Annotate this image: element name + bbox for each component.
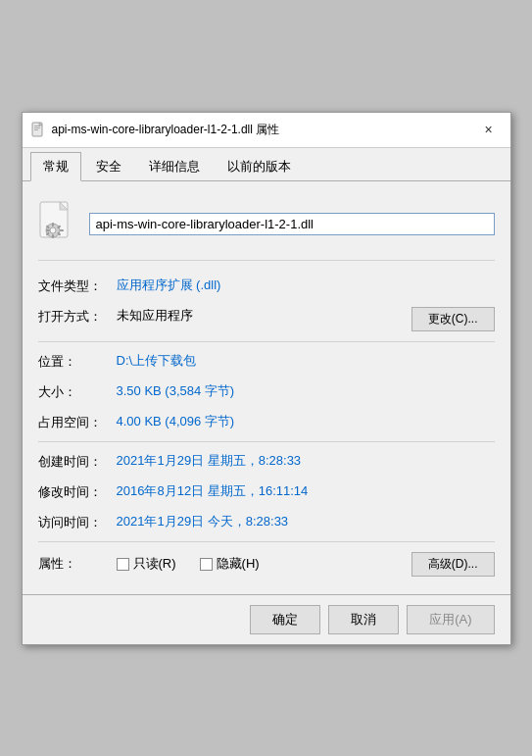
- accessed-value: 2021年1月29日 今天，8:28:33: [117, 513, 495, 530]
- ok-button[interactable]: 确定: [250, 605, 320, 634]
- location-value: D:\上传下载包: [117, 352, 495, 370]
- tab-details[interactable]: 详细信息: [136, 152, 213, 180]
- disk-size-value: 4.00 KB (4,096 字节): [117, 413, 495, 430]
- modified-label: 修改时间：: [38, 482, 117, 501]
- open-with-label: 打开方式：: [38, 307, 117, 326]
- apply-button[interactable]: 应用(A): [407, 605, 494, 634]
- svg-rect-2: [34, 127, 40, 128]
- created-label: 创建时间：: [38, 452, 117, 471]
- cancel-button[interactable]: 取消: [328, 605, 399, 634]
- svg-rect-11: [60, 229, 64, 231]
- hidden-checkbox[interactable]: 隐藏(H): [200, 555, 260, 573]
- tab-general[interactable]: 常规: [30, 152, 81, 181]
- bottom-bar: 确定 取消 应用(A): [23, 594, 510, 644]
- file-type-icon: [38, 201, 77, 248]
- open-with-row: 打开方式： 未知应用程序 更改(C)...: [38, 301, 495, 337]
- size-row: 大小： 3.50 KB (3,584 字节): [38, 377, 495, 407]
- disk-size-label: 占用空间：: [38, 413, 117, 431]
- advanced-button[interactable]: 高级(D)...: [411, 552, 495, 577]
- info-section: 文件类型： 应用程序扩展 (.dll) 打开方式： 未知应用程序 更改(C)..…: [38, 271, 495, 582]
- svg-rect-12: [46, 229, 50, 231]
- file-header: api-ms-win-core-libraryloader-l1-2-1.dll: [38, 193, 495, 261]
- file-type-label: 文件类型：: [38, 277, 117, 295]
- window-icon: [30, 122, 46, 137]
- properties-window: api-ms-win-core-libraryloader-l1-2-1.dll…: [22, 112, 511, 645]
- tab-content: api-ms-win-core-libraryloader-l1-2-1.dll…: [23, 181, 510, 594]
- hidden-checkbox-box[interactable]: [200, 558, 213, 571]
- hidden-label: 隐藏(H): [217, 555, 260, 573]
- readonly-label: 只读(R): [133, 555, 176, 573]
- size-value: 3.50 KB (3,584 字节): [117, 382, 495, 400]
- readonly-checkbox[interactable]: 只读(R): [117, 555, 176, 573]
- location-row: 位置： D:\上传下载包: [38, 346, 495, 377]
- window-title: api-ms-win-core-libraryloader-l1-2-1.dll…: [52, 122, 475, 138]
- open-with-value: 未知应用程序: [117, 307, 402, 325]
- location-label: 位置：: [38, 352, 117, 371]
- tab-previous-versions[interactable]: 以前的版本: [215, 152, 304, 180]
- attributes-label: 属性：: [38, 555, 117, 573]
- size-label: 大小：: [38, 382, 117, 401]
- title-bar: api-ms-win-core-libraryloader-l1-2-1.dll…: [23, 113, 510, 148]
- readonly-checkbox-box[interactable]: [117, 558, 129, 571]
- tab-security[interactable]: 安全: [83, 152, 134, 180]
- svg-rect-3: [34, 129, 38, 130]
- disk-size-row: 占用空间： 4.00 KB (4,096 字节): [38, 407, 495, 437]
- accessed-row: 访问时间： 2021年1月29日 今天，8:28:33: [38, 507, 495, 537]
- change-button[interactable]: 更改(C)...: [411, 307, 495, 331]
- attributes-content: 只读(R) 隐藏(H) 高级(D)...: [117, 552, 495, 577]
- modified-row: 修改时间： 2016年8月12日 星期五，16:11:14: [38, 477, 495, 507]
- modified-value: 2016年8月12日 星期五，16:11:14: [117, 482, 495, 500]
- svg-point-8: [50, 227, 56, 233]
- close-button[interactable]: ×: [475, 118, 503, 141]
- accessed-label: 访问时间：: [38, 513, 117, 531]
- tabs-bar: 常规 安全 详细信息 以前的版本: [23, 148, 510, 181]
- attributes-row: 属性： 只读(R) 隐藏(H) 高级(D)...: [38, 546, 495, 582]
- created-value: 2021年1月29日 星期五，8:28:33: [117, 452, 495, 470]
- svg-rect-9: [52, 223, 54, 227]
- created-row: 创建时间： 2021年1月29日 星期五，8:28:33: [38, 446, 495, 477]
- svg-rect-10: [52, 234, 54, 238]
- file-type-row: 文件类型： 应用程序扩展 (.dll): [38, 271, 495, 301]
- file-type-value: 应用程序扩展 (.dll): [117, 277, 495, 294]
- file-name-input[interactable]: api-ms-win-core-libraryloader-l1-2-1.dll: [89, 213, 495, 235]
